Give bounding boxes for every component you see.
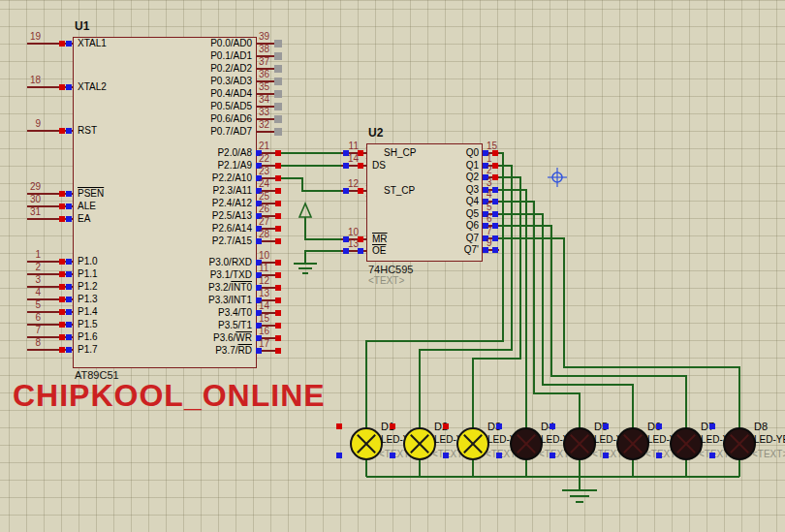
pin-name-over: PSEN	[78, 188, 104, 199]
pin-state-indicator	[656, 423, 662, 429]
pin-name-over: INT0	[231, 282, 252, 293]
pin-state-indicator	[59, 203, 65, 209]
pin-state-indicator	[483, 247, 488, 253]
u1-left-pin-number: 9	[17, 118, 41, 129]
pin-state-indicator	[656, 453, 662, 458]
pin-state-indicator	[390, 453, 395, 458]
u1-left-pin-number: 5	[17, 299, 41, 310]
u1-p0-pin-name: P0.3/AD3	[174, 76, 252, 87]
u1-left-pin-number: 6	[17, 312, 41, 323]
u1-p3-pin-name: P3.4/T0	[174, 307, 252, 319]
u2-right-pin-name: Q2	[421, 172, 479, 183]
pin-state-indicator	[343, 188, 349, 194]
pin-name-over: RD	[238, 345, 252, 356]
watermark-text[interactable]: CHIPKOOL_ONLINE	[13, 378, 326, 414]
led-d5[interactable]	[563, 427, 596, 460]
u1-p0-pin-name: P0.2/AD2	[174, 63, 252, 75]
u2-left-pin-name: OE	[372, 245, 386, 257]
u2-ref: U2	[368, 126, 383, 140]
pin-state-indicator	[66, 216, 72, 222]
u1-ref: U1	[75, 19, 89, 33]
led-d8[interactable]	[723, 427, 756, 460]
led-d1[interactable]	[350, 427, 383, 460]
u1-left-pin-number: 1	[17, 249, 41, 260]
led-d7[interactable]	[670, 427, 703, 460]
u2-right-pin-name: Q3	[421, 184, 479, 196]
u1-left-pin-name: XTAL2	[78, 81, 107, 93]
u1-left-pin-name: EA	[78, 213, 90, 225]
pin-state-indicator	[275, 238, 281, 244]
parts-layer: U1 AT89C51 U2 74HC595 <TEXT> CHIPKOOL_ON…	[0, 0, 785, 532]
pin-state-indicator	[709, 423, 715, 429]
pin-name-pre: P3.7/	[215, 345, 237, 356]
pin-name-pre: P3.2/	[208, 282, 231, 293]
pin-state-indicator	[66, 84, 72, 90]
u1-p3-pin-name: P3.3/INT1	[174, 295, 252, 306]
pin-state-indicator	[66, 334, 72, 340]
pin-name-over: MR	[372, 234, 388, 244]
led-d2[interactable]	[403, 427, 436, 460]
u1-p0-pin-name: P0.5/AD5	[174, 101, 252, 112]
pin-state-indicator	[66, 309, 72, 315]
u2-right-pin-name: Q5	[421, 208, 479, 220]
u1-p2-pin-name: P2.6/A14	[174, 223, 252, 235]
pin-state-indicator	[66, 284, 72, 290]
u2-left-pin-number: 14	[339, 153, 359, 164]
u1-p3-pin-name: P3.0/RXD	[174, 257, 252, 268]
u1-left-pin-number: 31	[17, 206, 41, 217]
pin-state-indicator	[343, 163, 349, 169]
u1-left-pin-name: ALE	[78, 201, 96, 212]
u1-p2-pin-name: P2.5/A13	[174, 210, 252, 222]
u1-left-pin-name: P1.4	[78, 306, 98, 318]
u1-p3-pin-name: P3.6/WR	[174, 332, 252, 344]
u1-p3-pin-name: P3.1/TXD	[174, 269, 252, 281]
u1-left-pin-name: P1.1	[78, 268, 98, 280]
pin-state-indicator	[496, 453, 502, 458]
pin-state-indicator	[66, 41, 72, 47]
pin-state-indicator	[358, 163, 363, 169]
u1-left-pin-name: RST	[78, 125, 97, 137]
u2-left-pin-number: 13	[339, 238, 359, 249]
pin-state-indicator	[336, 453, 342, 458]
pin-state-indicator	[66, 191, 72, 197]
u1-left-pin-number: 3	[17, 274, 41, 285]
pin-state-indicator	[59, 309, 65, 315]
pin-name-over: OE	[372, 245, 386, 256]
pin-state-indicator	[66, 297, 72, 302]
u1-left-pin-number: 19	[17, 31, 41, 42]
u1-left-pin-number: 18	[17, 75, 41, 85]
u1-p3-pin-name: P3.7/RD	[174, 345, 252, 357]
pin-state-indicator	[66, 347, 72, 353]
u1-p2-pin-name: P2.3/A11	[174, 185, 252, 197]
pin-state-indicator	[59, 347, 65, 353]
pin-state-indicator	[358, 248, 363, 254]
led-d4[interactable]	[510, 427, 543, 460]
pin-state-indicator	[66, 259, 72, 265]
pin-state-indicator	[550, 423, 555, 429]
u2-right-pin-name: Q4	[421, 196, 479, 207]
pin-state-indicator	[390, 423, 395, 429]
u1-left-pin-name: P1.0	[78, 256, 98, 267]
u1-p2-pin-name: P2.0/A8	[174, 147, 252, 159]
led-ref: D8	[754, 421, 768, 432]
u2-right-pin-name: Q1	[421, 160, 479, 172]
u2-text-placeholder: <TEXT>	[368, 275, 404, 286]
u2-left-pin-number: 12	[339, 178, 359, 189]
pin-state-indicator	[66, 203, 72, 209]
u1-left-pin-name: P1.5	[78, 319, 98, 330]
u1-left-pin-number: 4	[17, 287, 41, 297]
led-d6[interactable]	[616, 427, 649, 460]
pin-state-indicator	[343, 248, 349, 254]
u2-left-pin-number: 10	[339, 227, 359, 237]
led-d3[interactable]	[456, 427, 489, 460]
pin-state-indicator	[358, 188, 363, 194]
u1-left-pin-number: 7	[17, 325, 41, 335]
u1-left-pin-name: PSEN	[78, 188, 104, 200]
led-value: LED-YELLOW	[754, 434, 785, 445]
u1-p2-pin-name: P2.4/A12	[174, 198, 252, 209]
pin-state-indicator	[59, 259, 65, 265]
pin-state-indicator	[275, 348, 281, 354]
pin-state-indicator	[59, 84, 65, 90]
u1-p0-pin-name: P0.6/AD6	[174, 113, 252, 125]
u2-left-pin-name: DS	[372, 160, 386, 172]
